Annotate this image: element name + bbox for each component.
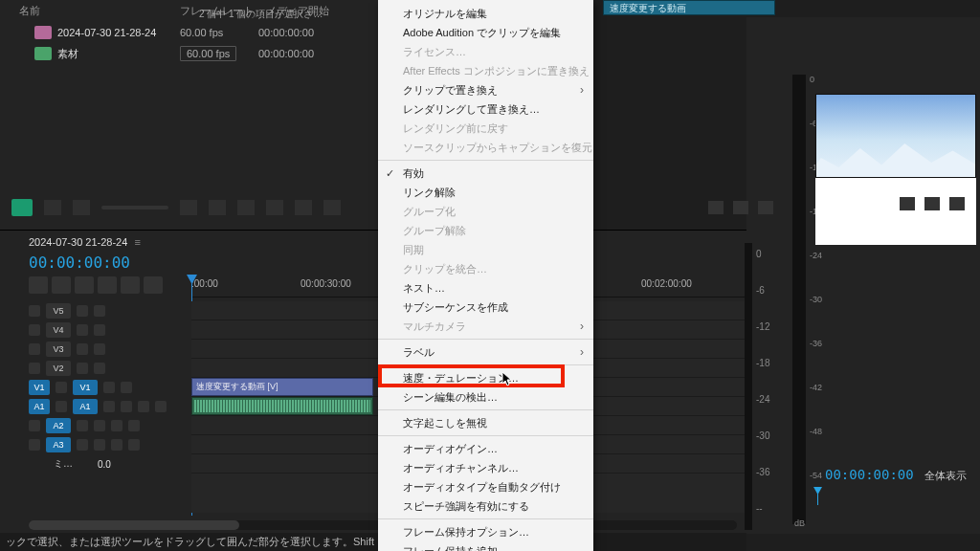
list-view-button[interactable] — [11, 199, 33, 216]
master-value[interactable]: 0.0 — [98, 459, 111, 470]
track-label[interactable]: A1 — [73, 399, 98, 414]
project-row[interactable]: 素材 60.00 fps 00:00:00:00 — [0, 43, 378, 64]
zoom-slider[interactable] — [101, 206, 168, 209]
funnel-icon[interactable] — [708, 201, 724, 214]
solo-icon[interactable] — [138, 401, 149, 412]
menu-item[interactable]: オリジナルを編集 — [378, 4, 593, 23]
settings-button[interactable] — [98, 276, 117, 294]
sort-button[interactable] — [180, 200, 197, 215]
icon-view-button[interactable] — [44, 200, 61, 215]
sync-icon[interactable] — [77, 305, 88, 317]
program-ruler[interactable] — [817, 490, 970, 505]
track-a1[interactable]: A1A1 — [29, 397, 191, 416]
menu-item[interactable]: レンダリングして置き換え… — [378, 99, 593, 119]
menu-item[interactable]: リンク解除 — [378, 183, 593, 202]
menu-item[interactable]: Adobe Audition でクリップを編集 — [378, 23, 593, 42]
voice-icon[interactable] — [128, 420, 140, 431]
mute-icon[interactable] — [121, 401, 132, 412]
lock-icon[interactable] — [29, 363, 40, 374]
track-v5[interactable]: V5 — [29, 301, 191, 320]
track-master[interactable]: ミ…0.0 — [29, 454, 191, 474]
wrench-icon[interactable] — [949, 197, 965, 210]
menu-item[interactable]: 速度・デュレーション… — [378, 368, 593, 387]
fit-dropdown[interactable]: 全体表示 — [924, 469, 967, 483]
marker-button[interactable] — [75, 276, 94, 294]
program-playhead[interactable] — [817, 490, 818, 505]
sync-icon[interactable] — [77, 343, 88, 355]
new-item-button[interactable] — [295, 200, 312, 215]
track-label[interactable]: V4 — [46, 322, 71, 338]
track-v1[interactable]: V1V1 — [29, 378, 191, 397]
row-framerate[interactable]: 60.00 fps — [180, 46, 258, 61]
track-label[interactable]: A3 — [46, 437, 71, 452]
track-label[interactable]: V3 — [46, 342, 71, 357]
menu-item[interactable]: オーディオタイプを自動タグ付け — [378, 477, 593, 496]
track-a3[interactable]: A3 — [29, 435, 191, 454]
linked-sel-button[interactable] — [52, 276, 71, 294]
menu-item[interactable]: フレーム保持オプション… — [378, 522, 593, 541]
menu-item[interactable]: ラベル — [378, 342, 593, 362]
filter-icon[interactable] — [900, 197, 915, 210]
menu-item[interactable]: オーディオゲイン… — [378, 439, 593, 458]
menu-item[interactable]: 文字起こしを無視 — [378, 413, 593, 432]
eye-icon[interactable] — [94, 343, 105, 355]
menu-item[interactable]: オーディオチャンネル… — [378, 458, 593, 477]
sync-icon[interactable] — [77, 439, 88, 451]
lock-icon[interactable] — [29, 305, 40, 317]
clip-video[interactable]: 速度変更する動画 [V] — [191, 378, 373, 396]
track-label[interactable]: A2 — [46, 418, 71, 433]
mute-icon[interactable] — [94, 420, 105, 431]
lock-icon[interactable] — [29, 420, 40, 431]
lock-icon[interactable] — [29, 343, 40, 355]
menu-item[interactable]: シーン編集の検出… — [378, 387, 593, 407]
track-v3[interactable]: V3 — [29, 340, 191, 359]
play-icon[interactable] — [733, 201, 748, 214]
track-v4[interactable]: V4 — [29, 320, 191, 340]
sync-icon[interactable] — [77, 420, 88, 431]
clip-audio[interactable] — [191, 397, 373, 415]
track-a2[interactable]: A2 — [29, 416, 191, 435]
track-label[interactable]: V2 — [46, 361, 71, 376]
freeform-view-button[interactable] — [73, 200, 90, 215]
sync-icon[interactable] — [103, 382, 115, 393]
wrench-icon[interactable] — [121, 276, 140, 294]
cc-button[interactable] — [144, 276, 163, 294]
program-timecode[interactable]: 00:00:00:00 — [825, 467, 914, 482]
lock-icon[interactable] — [29, 439, 40, 451]
menu-item[interactable]: スピーチ強調を有効にする — [378, 496, 593, 516]
scrollbar-thumb[interactable] — [29, 520, 239, 530]
track-v2[interactable]: V2 — [29, 359, 191, 378]
eye-icon[interactable] — [94, 305, 105, 317]
menu-item[interactable]: フレーム保持を追加 — [378, 541, 593, 551]
source-patch[interactable]: V1 — [29, 380, 50, 395]
trash-button[interactable] — [323, 200, 341, 215]
menu-item[interactable]: ネスト… — [378, 278, 593, 298]
lock-icon[interactable] — [56, 401, 67, 412]
sync-icon[interactable] — [77, 363, 88, 374]
clip-context-menu[interactable]: オリジナルを編集Adobe Audition でクリップを編集ライセンス…Aft… — [378, 0, 593, 551]
track-label[interactable]: V1 — [73, 380, 98, 395]
solo-icon[interactable] — [111, 439, 122, 451]
sync-icon[interactable] — [103, 401, 115, 412]
lock-icon[interactable] — [56, 382, 67, 393]
auto-seq-button[interactable] — [209, 200, 226, 215]
eye-icon[interactable] — [94, 363, 105, 374]
wrench-icon[interactable] — [758, 201, 773, 214]
tab-menu-icon[interactable]: ≡ — [131, 236, 140, 248]
preview-thumbnail[interactable] — [815, 94, 976, 178]
eye-icon[interactable] — [121, 382, 132, 393]
col-name[interactable]: 名前 — [19, 4, 180, 18]
mute-icon[interactable] — [94, 439, 105, 451]
snap-button[interactable] — [29, 276, 48, 294]
solo-icon[interactable] — [111, 420, 122, 431]
project-row[interactable]: 2024-07-30 21-28-24 60.00 fps 00:00:00:0… — [0, 22, 378, 43]
eye-icon[interactable] — [94, 324, 105, 336]
menu-item[interactable]: クリップで置き換え — [378, 80, 593, 99]
voice-icon[interactable] — [155, 401, 167, 412]
play-icon[interactable] — [924, 197, 940, 210]
track-label[interactable]: V5 — [46, 303, 71, 319]
lock-icon[interactable] — [29, 324, 40, 336]
new-bin-button[interactable] — [266, 200, 283, 215]
voice-icon[interactable] — [128, 439, 140, 451]
source-patch[interactable]: A1 — [29, 399, 50, 414]
